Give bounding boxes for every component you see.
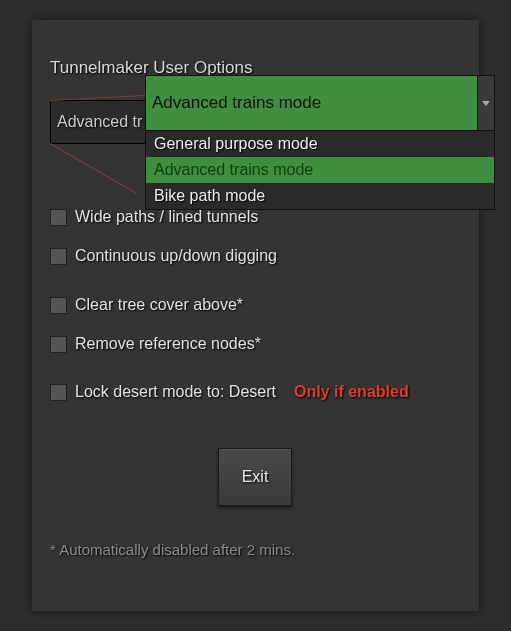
mode-dropdown-selected-label: Advanced trains mode [152, 93, 321, 113]
mode-option-advanced[interactable]: Advanced trains mode [146, 157, 494, 183]
mode-dropdown-list: General purpose mode Advanced trains mod… [145, 131, 495, 210]
exit-button-label: Exit [242, 468, 269, 486]
checkbox-icon [50, 384, 67, 401]
checkbox-icon [50, 248, 67, 265]
mode-dropdown-selected[interactable]: Advanced trains mode [145, 75, 495, 131]
check-wide-paths-row[interactable]: Wide paths / lined tunnels [50, 208, 258, 226]
checkbox-icon [50, 297, 67, 314]
auto-disable-footnote: * Automatically disabled after 2 mins. [50, 541, 295, 558]
check-continuous-row[interactable]: Continuous up/down digging [50, 247, 277, 265]
check-lock-desert-row[interactable]: Lock desert mode to: Desert Only if enab… [50, 383, 409, 401]
zoom-connector-bottom [50, 143, 137, 194]
enabled-warning: Only if enabled [294, 383, 409, 401]
exit-button[interactable]: Exit [218, 448, 292, 506]
mode-option-label: Bike path mode [154, 187, 265, 205]
check-remove-ref-label: Remove reference nodes* [75, 335, 261, 353]
mode-combobox-text: Advanced tr [57, 113, 142, 131]
checkbox-icon [50, 336, 67, 353]
mode-option-general[interactable]: General purpose mode [146, 131, 494, 157]
check-remove-ref-row[interactable]: Remove reference nodes* [50, 335, 261, 353]
chevron-down-icon [482, 101, 490, 106]
check-wide-paths-label: Wide paths / lined tunnels [75, 208, 258, 226]
check-continuous-label: Continuous up/down digging [75, 247, 277, 265]
checkbox-icon [50, 209, 67, 226]
dropdown-arrow-button[interactable] [477, 76, 494, 130]
mode-option-label: Advanced trains mode [154, 161, 313, 179]
check-lock-desert-label: Lock desert mode to: Desert [75, 383, 276, 401]
check-clear-tree-row[interactable]: Clear tree cover above* [50, 296, 243, 314]
mode-option-bike[interactable]: Bike path mode [146, 183, 494, 209]
check-clear-tree-label: Clear tree cover above* [75, 296, 243, 314]
mode-dropdown-popup: Advanced trains mode General purpose mod… [145, 75, 495, 210]
mode-option-label: General purpose mode [154, 135, 318, 153]
